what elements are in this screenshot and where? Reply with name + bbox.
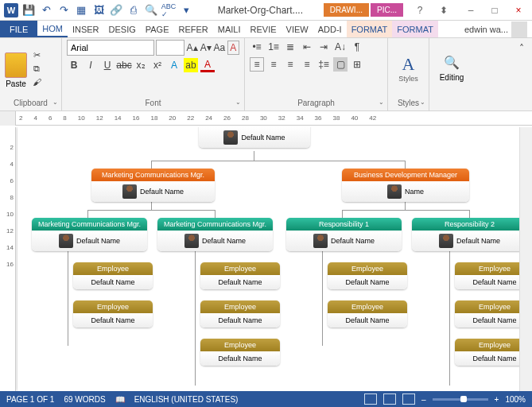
increase-indent-icon[interactable]: ⇥ [316,40,331,54]
tab-references[interactable]: REFER [174,21,213,37]
org-node-emp[interactable]: Employee Default Name [200,262,280,289]
node-title: Employee [73,262,153,275]
copy-icon[interactable]: ⧉ [30,63,43,74]
org-node-l3a[interactable]: Marketing Communications Mgr. Default Na… [32,218,147,251]
spell-icon[interactable]: ABC✓ [161,2,177,18]
tab-addins[interactable]: ADD-I [313,21,347,37]
org-node-emp[interactable]: Employee Default Name [200,300,280,328]
link-icon[interactable]: 🔗 [108,2,124,18]
undo-icon[interactable]: ↶ [38,2,54,18]
show-marks-icon[interactable]: ¶ [350,40,364,54]
maximize-button[interactable]: □ [486,2,503,18]
format-painter-icon[interactable]: 🖌 [30,76,43,87]
document-canvas[interactable]: Default Name Marketing Communications Mg… [16,127,532,391]
proofing-icon[interactable]: 📖 [115,395,125,404]
node-name: Default Name [345,278,389,286]
tab-review[interactable]: REVIE [246,21,282,37]
superscript-button[interactable]: x² [150,58,165,72]
decrease-indent-icon[interactable]: ⇤ [300,40,314,54]
org-node-l3d[interactable]: Responsibility 2 Default Name [412,218,527,251]
change-case-icon[interactable]: Aa [213,41,225,55]
node-title: Employee [200,300,280,313]
cut-icon[interactable]: ✂ [30,49,43,60]
strike-button[interactable]: abc [117,58,131,72]
grow-font-icon[interactable]: A▴ [186,41,198,55]
save-icon[interactable]: 💾 [21,2,37,18]
tab-drawing-format[interactable]: FORMAT [347,21,393,37]
qat-more-icon[interactable]: ▾ [178,2,194,18]
org-node-l3b[interactable]: Marketing Communications Mgr. Default Na… [157,218,273,251]
zoom-in-button[interactable]: + [495,395,499,404]
tab-picture-format[interactable]: FORMAT [392,21,438,37]
vertical-ruler[interactable]: 246810121416 [0,127,16,391]
print-icon[interactable]: ⎙ [126,2,142,18]
underline-button[interactable]: U [100,58,115,72]
subscript-button[interactable]: x₂ [134,58,148,72]
find-icon[interactable]: 🔍 [445,56,459,70]
web-layout-icon[interactable] [402,393,415,405]
org-node-l2a[interactable]: Marketing Communications Mgr. Default Na… [91,169,215,202]
horizontal-ruler[interactable]: 24681012141618202224262830323436384042 [0,111,532,126]
paste-button[interactable]: Paste [5,49,27,88]
tab-insert[interactable]: INSER [68,21,104,37]
font-color-icon[interactable]: A [200,58,215,72]
org-node-l3c[interactable]: Responsibility 1 Default Name [286,218,402,251]
bold-button[interactable]: B [67,58,81,72]
status-words[interactable]: 69 WORDS [64,395,105,404]
zoom-level[interactable]: 100% [505,395,526,404]
shading-icon[interactable]: ▢ [333,57,348,72]
borders-icon[interactable]: ⊞ [350,57,364,72]
table-icon[interactable]: ▦ [73,2,89,18]
shrink-font-icon[interactable]: A▾ [200,41,212,55]
tab-design[interactable]: DESIG [104,21,141,37]
read-mode-icon[interactable] [364,393,377,405]
justify-icon[interactable]: ≡ [300,57,314,72]
org-node-l2b[interactable]: Business Development Manager Name [342,169,469,202]
close-button[interactable]: × [510,2,527,18]
minimize-button[interactable]: – [462,2,480,18]
clear-format-icon[interactable]: A [227,41,239,55]
font-size-select[interactable] [156,40,184,56]
group-editing: 🔍 Editing . [429,38,474,110]
tab-home[interactable]: HOM [37,21,68,37]
align-left-icon[interactable]: ≡ [250,57,264,72]
status-language[interactable]: ENGLISH (UNITED STATES) [134,395,239,404]
highlight-icon[interactable]: ab [184,58,198,72]
multilevel-icon[interactable]: ≣ [283,40,297,54]
tab-file[interactable]: FILE [0,21,37,37]
print-layout-icon[interactable] [383,393,396,405]
tab-mailings[interactable]: MAILI [213,21,246,37]
picture-icon[interactable]: 🖼 [91,2,107,18]
zoom-slider[interactable] [433,398,488,401]
org-node-emp[interactable]: Employee Default Name [328,300,407,328]
org-node-emp[interactable]: Employee Default Name [328,262,407,289]
italic-button[interactable]: I [83,58,98,72]
node-title: Employee [73,300,153,313]
tab-page-layout[interactable]: PAGE [141,21,174,37]
line-spacing-icon[interactable]: ‡≡ [316,57,331,72]
text-effects-icon[interactable]: A [167,58,181,72]
collapse-ribbon-icon[interactable]: ˄ [515,41,529,56]
vertical-scrollbar[interactable] [519,127,532,391]
align-center-icon[interactable]: ≡ [266,57,281,72]
org-node-top[interactable]: Default Name [199,127,310,148]
org-node-emp[interactable]: Employee Default Name [73,262,153,289]
tab-view[interactable]: VIEW [282,21,313,37]
redo-icon[interactable]: ↷ [56,2,72,18]
contextual-tab-headers: DRAWI... PIC... [324,3,403,17]
sort-icon[interactable]: A↓ [333,40,348,54]
numbering-icon[interactable]: 1≡ [266,40,281,54]
align-right-icon[interactable]: ≡ [283,57,297,72]
preview-icon[interactable]: 🔍 [143,2,159,18]
org-node-emp[interactable]: Employee Default Name [73,300,153,328]
help-icon[interactable]: ? [411,2,429,18]
zoom-out-button[interactable]: – [421,395,426,404]
status-page[interactable]: PAGE 1 OF 1 [6,395,54,404]
ruler-marks: 24681012141618202224262830323436384042 [19,114,376,122]
font-name-select[interactable] [67,40,154,56]
bullets-icon[interactable]: •≡ [250,40,264,54]
styles-button[interactable]: AStyles [398,54,418,83]
ribbon-collapse-icon[interactable]: ⬍ [435,2,452,18]
user-account[interactable]: edwin wa... [460,21,532,37]
org-node-emp[interactable]: Employee Default Name [200,339,280,366]
